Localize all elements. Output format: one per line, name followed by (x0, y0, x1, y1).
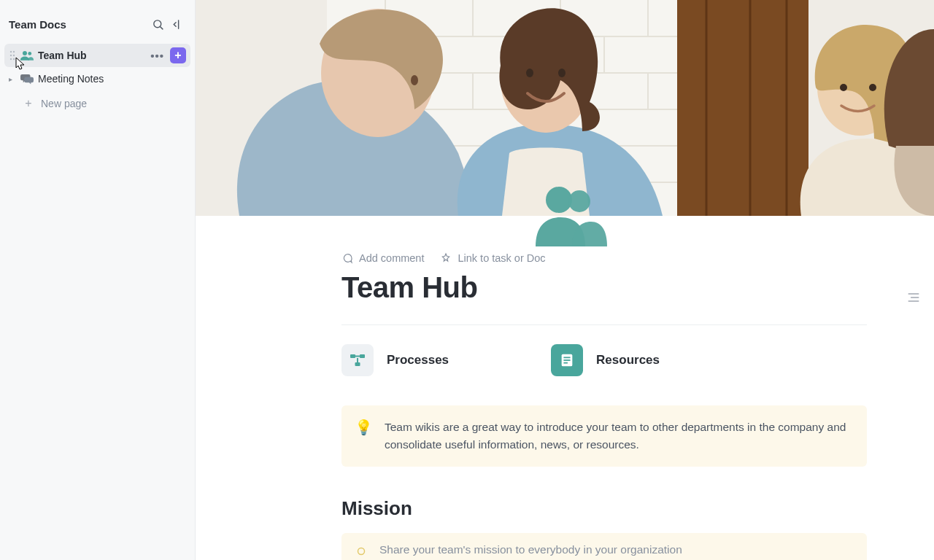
doc-body: Add comment Link to task or Doc Team Hub (196, 216, 934, 560)
plus-icon: + (23, 97, 34, 110)
table-of-contents-icon[interactable] (906, 290, 921, 308)
drag-handle-icon[interactable] (9, 50, 16, 61)
divider (341, 324, 867, 325)
section-link-processes[interactable]: Processes (341, 344, 449, 376)
tip-callout: 💡 Team wikis are a great way to introduc… (341, 405, 867, 467)
sidebar-item-team-hub[interactable]: Team Hub ••• + (4, 44, 190, 67)
sidebar: Team Docs Team Hub ••• + (0, 0, 196, 560)
page-emoji-icon[interactable] (531, 182, 611, 248)
tip-text: Team wikis are a great way to introduce … (385, 419, 851, 454)
sidebar-item-label: Meeting Notes (38, 73, 186, 85)
add-comment-label: Add comment (359, 252, 424, 264)
sidebar-nav: Team Hub ••• + ▸ Meeting Notes (0, 44, 195, 90)
svg-point-39 (840, 84, 847, 91)
sidebar-title: Team Docs (9, 18, 148, 31)
svg-line-1 (160, 26, 162, 28)
new-page-label: New page (41, 98, 87, 109)
svg-point-5 (10, 55, 12, 56)
sidebar-item-label: Team Hub (38, 50, 144, 61)
svg-point-7 (10, 58, 12, 60)
team-icon (20, 49, 34, 62)
chat-icon (20, 72, 34, 85)
svg-point-9 (23, 51, 27, 55)
svg-point-6 (13, 55, 15, 56)
svg-rect-49 (563, 362, 568, 364)
svg-rect-29 (677, 0, 808, 216)
search-icon[interactable] (148, 15, 167, 34)
svg-point-3 (10, 51, 12, 52)
sidebar-item-meeting-notes[interactable]: ▸ Meeting Notes (4, 67, 190, 90)
svg-point-50 (358, 548, 365, 555)
add-comment-button[interactable]: Add comment (341, 252, 424, 264)
sidebar-header: Team Docs (0, 9, 195, 44)
svg-rect-47 (563, 357, 570, 358)
svg-rect-43 (350, 354, 355, 358)
new-page-button[interactable]: + New page (4, 92, 190, 115)
lightbulb-icon: 💡 (355, 420, 373, 454)
doc-title[interactable]: Team Hub (341, 271, 867, 304)
svg-point-4 (13, 51, 15, 52)
collapse-sidebar-icon[interactable] (167, 15, 186, 34)
mission-callout[interactable]: Share your team's mission to everybody i… (341, 533, 867, 560)
resources-icon (551, 344, 583, 376)
processes-icon (341, 344, 374, 376)
svg-point-8 (13, 58, 15, 60)
svg-point-10 (28, 52, 31, 55)
svg-point-34 (411, 75, 418, 85)
svg-point-41 (546, 187, 572, 213)
svg-point-36 (526, 69, 533, 77)
link-task-button[interactable]: Link to task or Doc (440, 252, 545, 264)
svg-point-37 (558, 69, 566, 77)
link-task-label: Link to task or Doc (458, 252, 545, 264)
section-label: Resources (596, 353, 660, 368)
more-options-icon[interactable]: ••• (149, 50, 166, 62)
mission-placeholder: Share your team's mission to everybody i… (379, 543, 682, 560)
svg-point-42 (568, 190, 590, 212)
add-subpage-button[interactable]: + (170, 47, 186, 63)
svg-point-40 (869, 84, 876, 91)
section-label: Processes (387, 353, 449, 368)
sparkle-icon (355, 545, 368, 560)
doc-action-bar: Add comment Link to task or Doc (341, 252, 867, 264)
main-content: Add comment Link to task or Doc Team Hub (196, 0, 934, 560)
section-link-resources[interactable]: Resources (551, 344, 660, 376)
svg-rect-44 (360, 354, 365, 358)
section-links: Processes Resources (341, 344, 867, 376)
svg-rect-45 (355, 362, 360, 366)
mission-heading[interactable]: Mission (341, 497, 867, 520)
svg-rect-48 (563, 359, 570, 361)
expand-caret-icon[interactable]: ▸ (9, 75, 16, 83)
